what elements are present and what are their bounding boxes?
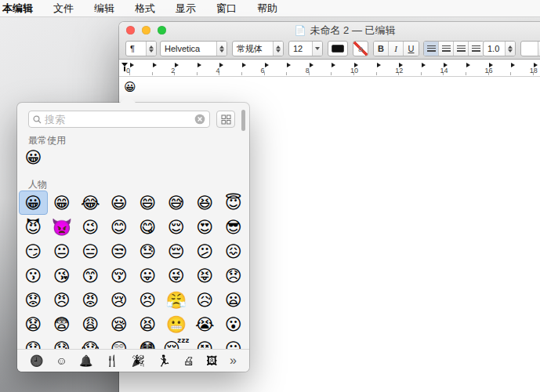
category-nature-tab[interactable]: 🔔 [79, 355, 92, 366]
emoji-item[interactable]: 😯 [19, 336, 48, 350]
paragraph-style-select[interactable]: ¶ [125, 41, 157, 56]
tab-stop-marker[interactable] [265, 63, 269, 67]
emoji-item[interactable]: 😨 [48, 312, 77, 336]
emoji-item[interactable]: 😅 [162, 191, 191, 215]
emoji-item[interactable]: 😖 [219, 239, 248, 263]
tab-stop-marker[interactable] [242, 63, 246, 67]
emoji-item[interactable]: 😌 [162, 215, 191, 239]
background-color-well[interactable]: a [353, 41, 368, 56]
emoji-item[interactable]: 😦 [219, 288, 248, 312]
tab-stop-marker[interactable] [422, 63, 426, 67]
align-right-button[interactable] [469, 42, 484, 56]
emoji-item[interactable]: 😝 [190, 263, 219, 288]
emoji-item[interactable]: 😙 [76, 263, 105, 288]
menu-item[interactable]: 显示 [165, 0, 206, 17]
font-size-select[interactable]: 12 [288, 41, 323, 56]
font-style-select[interactable]: 常规体 [232, 41, 284, 56]
emoji-item[interactable]: 😲 [105, 336, 134, 350]
menu-item[interactable]: 编辑 [84, 0, 125, 17]
emoji-item[interactable]: 😉 [76, 215, 105, 239]
emoji-item[interactable]: 😃 [105, 191, 134, 215]
font-style-stepper[interactable] [273, 42, 283, 56]
character-viewer-button[interactable] [216, 111, 235, 128]
search-field[interactable] [28, 111, 210, 128]
text-color-well[interactable] [328, 41, 348, 56]
emoji-item[interactable]: 😬 [162, 312, 191, 336]
category-recents-tab[interactable]: 🕘 [30, 355, 43, 366]
emoji-item[interactable]: 😕 [190, 239, 219, 263]
emoji-item[interactable]: 😜 [162, 263, 191, 288]
emoji-item[interactable]: 😐 [48, 239, 77, 263]
emoji-item[interactable]: 😁 [48, 191, 77, 215]
emoji-item[interactable]: 😚 [105, 263, 134, 288]
tab-stop-marker[interactable] [287, 63, 291, 67]
emoji-item[interactable]: 😰 [48, 336, 77, 350]
tab-stop-marker[interactable] [153, 63, 157, 67]
emoji-item[interactable]: 😛 [133, 263, 162, 288]
underline-button[interactable]: U [404, 42, 419, 56]
emoji-item[interactable]: 😋 [133, 215, 162, 239]
emoji-item[interactable]: 😎 [219, 215, 248, 239]
emoji-item[interactable]: 😔 [162, 239, 191, 263]
tab-stop-marker[interactable] [198, 63, 201, 67]
emoji-item[interactable]: 😥 [190, 288, 219, 312]
emoji-item[interactable]: 😇 [219, 191, 248, 215]
tab-stop-marker[interactable] [511, 63, 515, 67]
category-celebration-tab[interactable]: 🎉 [131, 355, 144, 366]
menu-item[interactable]: 格式 [125, 0, 165, 17]
emoji-item[interactable]: 😈 [19, 215, 48, 239]
emoji-item[interactable]: 😀 [19, 145, 48, 169]
menu-item[interactable]: 本编辑 [0, 0, 43, 17]
line-spacing-select[interactable]: 1.0 [483, 41, 516, 56]
emoji-item[interactable]: 😧 [19, 312, 48, 336]
emoji-item[interactable]: 😳 [133, 336, 162, 350]
align-left-button[interactable] [424, 42, 439, 56]
emoji-item[interactable]: 😪 [105, 312, 134, 336]
emoji-item[interactable]: 👿 [48, 215, 77, 239]
emoji-item[interactable]: 😟 [19, 288, 48, 312]
tab-stop-marker[interactable] [310, 63, 313, 67]
tab-stop-marker[interactable] [175, 63, 179, 67]
emoji-item[interactable]: 😭 [190, 312, 219, 336]
tab-stop-marker[interactable] [130, 63, 134, 67]
category-activity-tab[interactable]: 🏃 [158, 355, 171, 366]
emoji-item[interactable]: 😘 [48, 263, 77, 288]
emoji-item[interactable]: 😄 [133, 191, 162, 215]
category-people-tab[interactable]: ☺ [56, 355, 67, 366]
line-spacing-stepper[interactable] [505, 42, 515, 56]
emoji-item[interactable]: 😩 [76, 312, 105, 336]
paragraph-stepper[interactable] [146, 42, 156, 56]
emoji-item[interactable]: 😣 [133, 288, 162, 312]
emoji-item[interactable]: 😆 [190, 191, 219, 215]
list-style-select[interactable] [520, 41, 540, 56]
emoji-item[interactable]: 😊 [105, 215, 134, 239]
tab-stop-marker[interactable] [332, 63, 335, 67]
emoji-item[interactable]: 😍 [190, 215, 219, 239]
font-family-stepper[interactable] [216, 42, 227, 56]
emoji-item[interactable]: 😞 [219, 263, 248, 288]
emoji-item[interactable]: 😏 [19, 239, 48, 263]
emoji-item[interactable]: 😡 [76, 288, 105, 312]
emoji-item[interactable]: 😴 [162, 336, 191, 350]
font-size-chevron[interactable] [312, 42, 322, 56]
emoji-item[interactable]: 😂 [76, 191, 105, 215]
emoji-item[interactable]: 😫 [133, 312, 162, 336]
tab-stop-marker[interactable] [377, 63, 381, 67]
menu-item[interactable]: 窗口 [206, 0, 247, 17]
emoji-item[interactable]: 😠 [48, 288, 77, 312]
emoji-item[interactable]: 😵 [190, 336, 219, 350]
tab-stop-marker[interactable] [466, 63, 470, 67]
left-indent-marker[interactable] [124, 67, 125, 71]
clear-search-button[interactable] [194, 114, 205, 125]
align-center-button[interactable] [439, 42, 454, 56]
align-justify-button[interactable] [454, 42, 469, 56]
emoji-item[interactable]: 😮 [219, 312, 248, 336]
emoji-item[interactable]: 😶 [219, 336, 248, 350]
emoji-item[interactable]: 😑 [76, 239, 105, 263]
category-food-tab[interactable]: 🍴 [105, 355, 118, 366]
emoji-item[interactable]: 😓 [133, 239, 162, 263]
emoji-item[interactable]: 😱 [76, 336, 105, 350]
menu-item[interactable]: 帮助 [247, 0, 288, 17]
category-symbols-tab[interactable]: 🖼 [206, 355, 217, 366]
category-more-button[interactable]: » [230, 354, 237, 367]
